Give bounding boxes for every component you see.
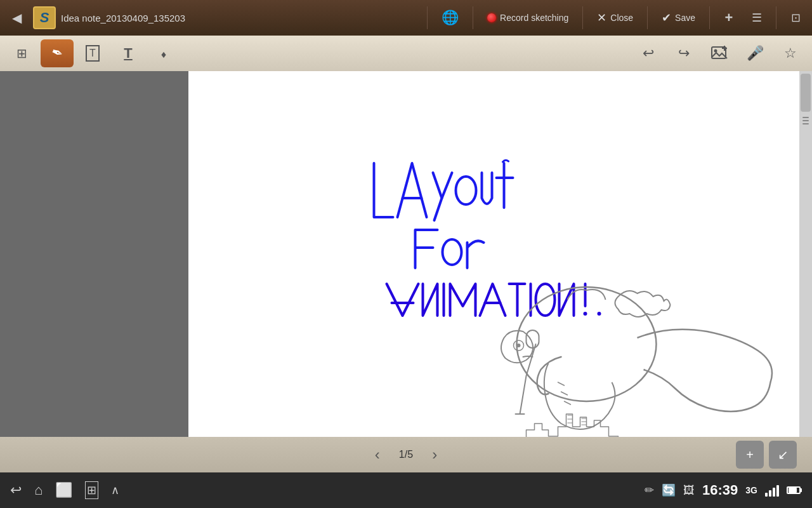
next-icon: › [432, 446, 437, 464]
page-action-2-button[interactable]: ↙ [769, 441, 797, 469]
scroll-handle[interactable] [801, 74, 811, 112]
toolbar-right: ↩ ↪ 🎤 ☆ [632, 39, 807, 67]
insert-image-button[interactable] [703, 39, 736, 67]
divider-5 [709, 6, 710, 29]
note-title: Idea note_20130409_135203 [61, 13, 419, 23]
scrollbar[interactable] [799, 71, 812, 437]
add-content-button[interactable]: ⊞ [5, 39, 38, 67]
screenshot-icon[interactable]: ⊞ [85, 481, 98, 499]
status-right: ✏ 🔄 🖼 16:39 3G [645, 482, 802, 498]
globe-icon: 🌐 [442, 10, 459, 26]
prev-page-button[interactable]: ‹ [366, 443, 389, 466]
clock: 16:39 [702, 482, 738, 498]
save-button[interactable]: ✔ Save [655, 8, 702, 27]
svg-point-7 [584, 312, 587, 316]
back-button[interactable]: ◀ [5, 6, 28, 29]
scroll-grip-line [802, 120, 809, 121]
divider-2 [473, 6, 473, 29]
pagination-bar: ‹ 1/5 › + ↙ [0, 437, 812, 472]
gallery-icon: 🖼 [683, 484, 695, 497]
close-label: Close [610, 13, 633, 23]
text-tool-button[interactable]: T [112, 39, 145, 67]
home-icon[interactable]: ⌂ [34, 482, 43, 498]
bookmark-button[interactable]: ☆ [774, 39, 807, 67]
close-button[interactable]: ✕ Close [591, 8, 639, 27]
canvas-area[interactable] [188, 71, 799, 437]
plus-icon: + [725, 10, 733, 26]
text-tool-icon: T [124, 45, 132, 62]
fullscreen-button[interactable]: ⊡ [784, 6, 807, 29]
svg-point-1 [714, 50, 717, 53]
eraser-button[interactable]: ⬧ [147, 39, 180, 67]
record-label: Record sketching [500, 13, 568, 23]
add-page-icon: + [746, 448, 754, 462]
add-content-icon: ⊞ [16, 46, 27, 61]
menu-button[interactable]: ☰ [745, 6, 768, 29]
fullscreen-icon: ⊡ [791, 11, 801, 25]
scroll-grip [802, 117, 809, 124]
cursor-icon: ↙ [778, 447, 789, 462]
record-sketching-button[interactable]: Record sketching [481, 10, 575, 25]
sync-icon: 🔄 [662, 483, 676, 497]
add-button[interactable]: + [717, 6, 740, 29]
toolbar: ⊞ ✒ T T ⬧ ↩ ↪ 🎤 ☆ [0, 36, 812, 71]
page-indicator: 1/5 [399, 449, 413, 460]
eraser-icon: ⬧ [160, 46, 167, 61]
close-x-icon: ✕ [597, 11, 606, 25]
svg-point-5 [443, 239, 462, 265]
battery-icon [787, 486, 802, 494]
next-page-button[interactable]: › [423, 443, 446, 466]
pagination-actions: + ↙ [736, 441, 797, 469]
insert-image-icon [710, 44, 728, 62]
svg-point-18 [517, 344, 521, 347]
network-type: 3G [745, 485, 757, 495]
pen-icon: ✒ [49, 44, 65, 64]
total-pages: 5 [407, 449, 413, 460]
title-bar: ◀ S Idea note_20130409_135203 🌐 Record s… [0, 0, 812, 36]
left-panel [0, 71, 188, 437]
recent-apps-icon[interactable]: ⬜ [55, 482, 72, 498]
redo-icon: ↪ [678, 45, 690, 62]
signal-strength-icon [765, 484, 779, 497]
record-dot-icon [487, 13, 496, 22]
star-icon: ☆ [784, 45, 797, 62]
undo-icon: ↩ [643, 45, 654, 62]
undo-button[interactable]: ↩ [632, 39, 665, 67]
redo-button[interactable]: ↪ [667, 39, 700, 67]
back-nav-icon[interactable]: ↩ [10, 482, 22, 498]
scroll-grip-line [802, 117, 809, 118]
status-left: ↩ ⌂ ⬜ ⊞ ∧ [10, 481, 119, 499]
text-box-button[interactable]: T [76, 39, 109, 67]
divider-1 [427, 6, 428, 29]
svg-point-8 [598, 312, 601, 316]
save-label: Save [675, 13, 695, 23]
app-icon: S [33, 6, 56, 29]
prev-icon: ‹ [375, 446, 380, 464]
nav-up-icon[interactable]: ∧ [111, 483, 119, 497]
menu-icon: ☰ [752, 11, 762, 25]
sketch-canvas [188, 71, 799, 437]
svg-point-4 [456, 177, 476, 204]
divider-3 [582, 6, 583, 29]
svg-point-6 [536, 284, 555, 316]
pen-tool-button[interactable]: ✒ [41, 39, 74, 67]
save-check-icon: ✔ [662, 11, 671, 25]
text-box-icon: T [86, 45, 100, 62]
pen-status-icon: ✏ [645, 483, 654, 497]
microphone-button[interactable]: 🎤 [738, 39, 771, 67]
help-button[interactable]: 🌐 [435, 7, 465, 29]
scroll-grip-line [802, 123, 809, 124]
status-bar: ↩ ⌂ ⬜ ⊞ ∧ ✏ 🔄 🖼 16:39 3G [0, 472, 812, 508]
divider-4 [647, 6, 648, 29]
microphone-icon: 🎤 [747, 45, 764, 62]
add-page-button[interactable]: + [736, 441, 764, 469]
divider-6 [776, 6, 776, 29]
main-area [0, 71, 812, 437]
current-page: 1 [399, 449, 405, 460]
